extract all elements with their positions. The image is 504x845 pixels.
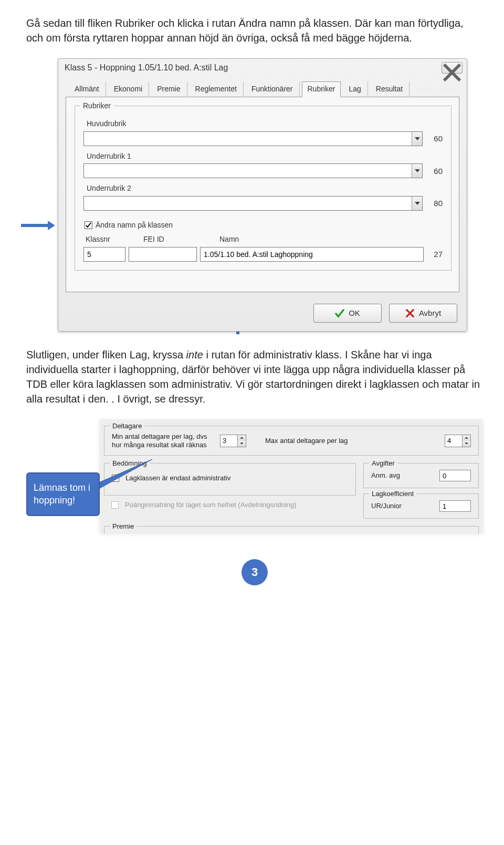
avgifter-legend: Avgifter (369, 459, 397, 468)
lagkoef-input[interactable] (439, 500, 471, 512)
cross-icon (405, 308, 415, 318)
avgifter-input[interactable] (439, 470, 471, 481)
dialog-title: Klass 5 - Hoppning 1.05/1.10 bed. A:stil… (65, 62, 228, 74)
middle-paragraph: Slutligen, under fliken Lag, kryssa inte… (26, 347, 483, 406)
cancel-button[interactable]: Avbryt (389, 304, 457, 323)
chevron-down-icon[interactable] (412, 197, 422, 210)
rubriker-dialog: Klass 5 - Hoppning 1.05/1.10 bed. A:stil… (58, 58, 467, 332)
max-deltagare-spinner[interactable] (445, 435, 471, 447)
intro-paragraph: Gå sedan till fliken Rubriker och klicka… (26, 16, 483, 45)
svg-marker-0 (92, 459, 152, 490)
tab-allmant[interactable]: Allmänt (69, 81, 106, 97)
lagkoef-fieldset: Lagkoefficient UR/Junior (363, 493, 479, 519)
tab-lag[interactable]: Lag (343, 81, 368, 97)
close-button[interactable] (442, 62, 463, 74)
lagkoef-legend: Lagkoefficient (369, 489, 416, 499)
namn-count: 27 (427, 249, 443, 260)
tab-resultat[interactable]: Resultat (370, 81, 410, 97)
avgifter-fieldset: Avgifter Anm. avg (363, 463, 479, 488)
under2-input[interactable] (83, 196, 423, 211)
under1-input[interactable] (83, 163, 423, 178)
under1-count: 60 (427, 166, 443, 177)
tab-premie[interactable]: Premie (151, 81, 187, 97)
poang-checkbox (111, 501, 119, 509)
groupbox-legend: Rubriker (80, 101, 113, 111)
max-deltagare-label: Max antal deltagare per lag (265, 437, 348, 445)
under2-count: 80 (427, 198, 443, 209)
change-name-checkbox-label: Ändra namn på klassen (96, 220, 173, 231)
dialog-titlebar: Klass 5 - Hoppning 1.05/1.10 bed. A:stil… (58, 59, 467, 76)
pointer-arrow-checkbox (21, 224, 52, 227)
klassnr-input[interactable] (83, 247, 125, 262)
check-icon (335, 308, 344, 318)
min-deltagare-spinner[interactable] (220, 435, 246, 447)
premie-legend: Premie (110, 522, 136, 531)
tab-reglementet[interactable]: Reglementet (190, 81, 244, 97)
namn-input[interactable] (200, 247, 424, 262)
page-number-badge: 3 (242, 559, 268, 585)
cancel-label: Avbryt (419, 307, 441, 318)
tab-strip: Allmänt Ekonomi Premie Reglementet Funkt… (58, 76, 467, 97)
col-fei: FEI ID (143, 234, 204, 245)
min-deltagare-label: Min antal deltagare per lag, dvs hur mån… (112, 432, 217, 449)
tab-rubriker[interactable]: Rubriker (302, 81, 341, 97)
under2-label: Underrubrik 2 (87, 183, 443, 194)
premie-fieldset: Premie (104, 526, 479, 534)
huvudrubrik-label: Huvudrubrik (87, 119, 443, 129)
chevron-down-icon[interactable] (412, 132, 422, 146)
col-klassnr: Klassnr (86, 234, 128, 245)
poang-checkbox-row: Poänginmatning för laget som helhet (Avd… (111, 501, 356, 509)
under1-label: Underrubrik 1 (87, 151, 443, 162)
poang-checkbox-label: Poänginmatning för laget som helhet (Avd… (125, 501, 296, 509)
fei-id-input[interactable] (129, 247, 197, 262)
rubriker-groupbox: Rubriker Huvudrubrik 60 Underrubrik 1 60… (75, 106, 452, 271)
huvudrubrik-input[interactable] (83, 131, 423, 146)
tab-content: Rubriker Huvudrubrik 60 Underrubrik 1 60… (66, 97, 459, 292)
tab-funktionarer[interactable]: Funktionärer (246, 81, 300, 97)
col-namn: Namn (219, 234, 439, 245)
dialog-buttons: OK Avbryt (58, 298, 467, 331)
ok-button[interactable]: OK (313, 304, 382, 323)
huvudrubrik-count: 60 (427, 133, 443, 144)
lagkoef-label: UR/Junior (371, 502, 402, 510)
change-name-checkbox-row[interactable]: Ändra namn på klassen (85, 220, 443, 231)
ok-label: OK (349, 307, 360, 318)
dialog-screenshot-container: Klass 5 - Hoppning 1.05/1.10 bed. A:stil… (26, 58, 478, 332)
deltagare-fieldset: Deltagare Min antal deltagare per lag, d… (104, 426, 479, 456)
column-labels: Klassnr FEI ID Namn (83, 234, 443, 247)
deltagare-legend: Deltagare (110, 421, 144, 431)
avgifter-label: Anm. avg (371, 471, 400, 480)
lag-panel-screenshot: Deltagare Min antal deltagare per lag, d… (100, 419, 483, 533)
callout-box: Lämnas tom i hoppning! (26, 472, 100, 516)
chevron-down-icon[interactable] (412, 164, 422, 178)
tab-ekonomi[interactable]: Ekonomi (108, 81, 149, 97)
checkbox-checked-icon[interactable] (85, 221, 92, 229)
